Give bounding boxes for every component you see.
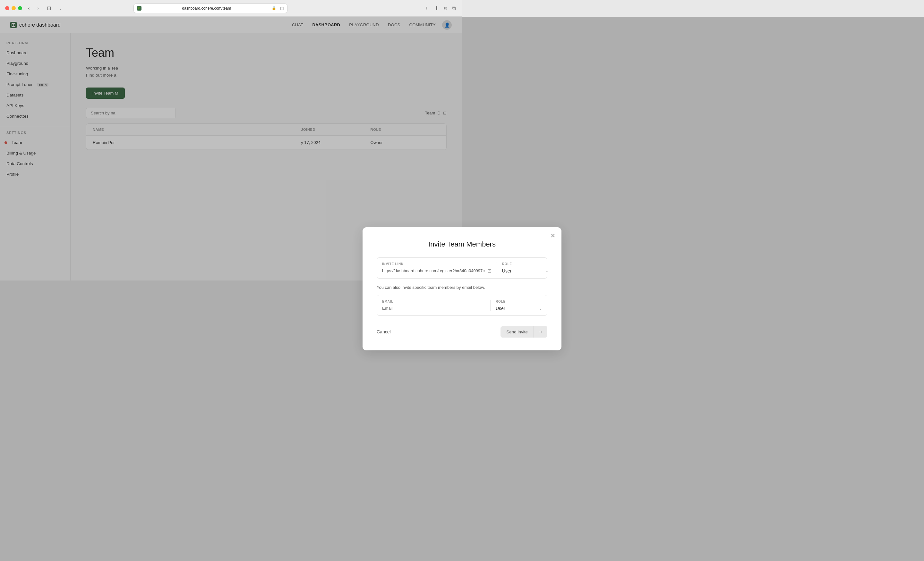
- traffic-lights: [5, 6, 22, 10]
- invite-link-left: INVITE LINK https://dashboard.cohere.com…: [382, 262, 462, 274]
- share-button[interactable]: ⎋: [442, 3, 448, 13]
- download-button[interactable]: ⬇: [433, 3, 440, 13]
- browser-chrome: ‹ › ⊡ ⌄ 🌿 dashboard.cohere.com/team 🔒 ⊡ …: [0, 0, 462, 16]
- sidebar-toggle[interactable]: ⊡: [45, 4, 53, 12]
- close-button[interactable]: [5, 6, 9, 10]
- new-tab-button[interactable]: ＋: [423, 3, 430, 13]
- tabs-button[interactable]: ⧉: [451, 3, 457, 13]
- url-display: dashboard.cohere.com/team: [143, 6, 270, 10]
- invite-link-value: https://dashboard.cohere.com/register?h=…: [382, 268, 462, 274]
- tab-expand[interactable]: ⌄: [57, 5, 64, 12]
- address-bar[interactable]: 🌿 dashboard.cohere.com/team 🔒 ⊡: [134, 3, 288, 13]
- browser-actions: ＋ ⬇ ⎋ ⧉: [423, 3, 457, 13]
- cast-icon: ⊡: [280, 6, 284, 11]
- invite-link-url: https://dashboard.cohere.com/register?h=…: [382, 268, 462, 273]
- minimize-button[interactable]: [12, 6, 16, 10]
- invite-modal: ✕ Invite Team Members INVITE LINK https:…: [363, 227, 462, 280]
- lock-icon: 🔒: [272, 6, 276, 10]
- invite-link-label: INVITE LINK: [382, 262, 462, 266]
- favicon-icon: 🌿: [137, 6, 141, 10]
- forward-button[interactable]: ›: [35, 4, 41, 12]
- back-button[interactable]: ‹: [26, 4, 32, 12]
- invite-link-section: INVITE LINK https://dashboard.cohere.com…: [376, 257, 462, 278]
- modal-title: Invite Team Members: [376, 240, 462, 248]
- fullscreen-button[interactable]: [18, 6, 22, 10]
- modal-overlay: ✕ Invite Team Members INVITE LINK https:…: [0, 16, 462, 280]
